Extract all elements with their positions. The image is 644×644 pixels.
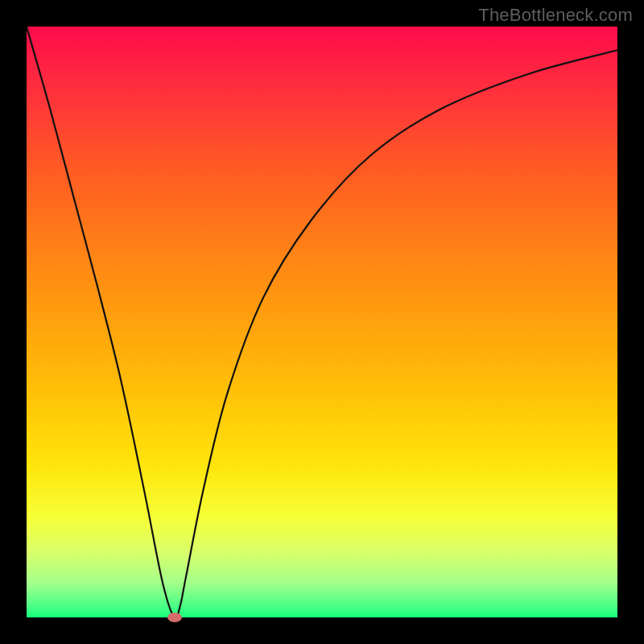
- minimum-marker: [167, 613, 182, 622]
- plot-area: [27, 27, 617, 617]
- watermark-text: TheBottleneck.com: [478, 5, 633, 26]
- chart-frame: TheBottleneck.com: [0, 0, 644, 644]
- bottleneck-curve: [27, 27, 617, 617]
